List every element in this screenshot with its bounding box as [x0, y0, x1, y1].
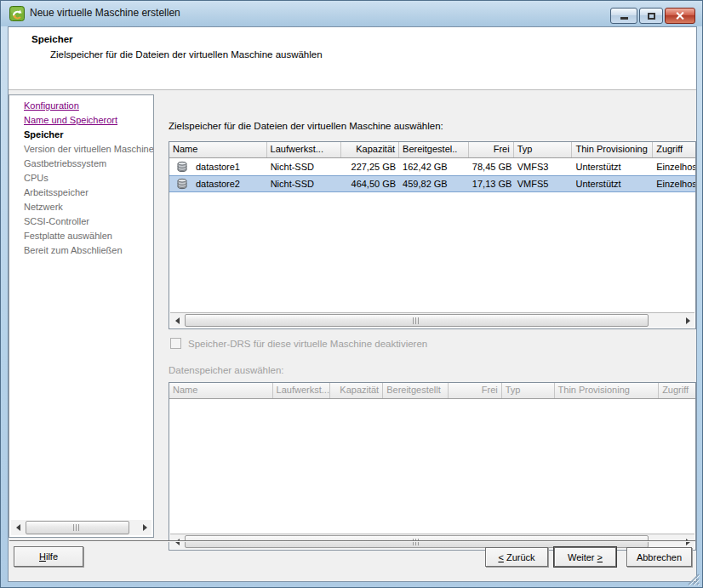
capacity-cell: 227,25 GB — [341, 162, 399, 172]
thin-provisioning-cell: Unterstützt — [572, 179, 653, 189]
datastore-table-header: Name Laufwerkst... Kapazität Bereitgeste… — [169, 142, 695, 158]
maximize-icon — [648, 13, 655, 20]
column-header-provisioned[interactable]: Bereitgestel.. — [399, 142, 469, 157]
datastore-name: datastore1 — [196, 162, 240, 172]
window-controls — [610, 8, 695, 24]
select-datastore-label: Datenspeicher auswählen: — [169, 365, 284, 375]
free-cell: 17,13 GB — [469, 179, 514, 189]
type-cell: VMFS5 — [514, 179, 573, 189]
sidebar-item-konfiguration[interactable]: Konfiguration — [9, 99, 153, 113]
sidebar-item-abschliessen: Bereit zum Abschließen — [9, 243, 153, 258]
provisioned-cell: 459,82 GB — [399, 179, 469, 189]
minimize-icon — [620, 17, 628, 20]
column-header-provisioned: Bereitgestellt — [383, 383, 449, 398]
help-button[interactable]: Hilfe — [14, 546, 83, 567]
scroll-left-arrow-icon[interactable] — [11, 520, 25, 535]
scrollbar-track[interactable] — [25, 520, 138, 535]
column-header-thin-provisioning: Thin Provisioning — [555, 383, 660, 398]
sidebar-item-speicher: Speicher — [9, 128, 153, 142]
vsphere-app-icon — [9, 6, 25, 21]
column-header-free[interactable]: Frei — [469, 142, 514, 157]
provisioned-cell: 162,42 GB — [399, 162, 469, 172]
sdrs-checkbox-label: Speicher-DRS für diese virtuelle Maschin… — [188, 339, 427, 349]
access-cell: Einzelhost — [653, 179, 695, 189]
column-header-name[interactable]: Name — [169, 142, 267, 157]
table-row-datastore2-selected[interactable]: datastore2 Nicht-SSD 464,50 GB 459,82 GB… — [169, 175, 695, 192]
sidebar-item-netzwerk: Netzwerk — [9, 200, 153, 214]
column-header-type[interactable]: Typ — [514, 142, 573, 157]
datastore-icon — [176, 161, 188, 173]
column-header-access[interactable]: Zugriff — [653, 142, 695, 157]
close-icon — [676, 11, 685, 20]
column-header-capacity: Kapazität — [330, 383, 383, 398]
back-button[interactable]: < Zurück — [485, 547, 548, 567]
next-button[interactable]: Weiter > — [554, 547, 616, 567]
sdrs-disable-checkbox[interactable] — [170, 338, 181, 349]
minimize-button[interactable] — [610, 8, 637, 24]
resize-grip-icon[interactable] — [687, 573, 700, 585]
step-subtitle: Zielspeicher für die Dateien der virtuel… — [50, 49, 323, 60]
sdrs-checkbox-row: Speicher-DRS für diese virtuelle Maschin… — [170, 338, 427, 349]
titlebar[interactable]: Neue virtuelle Maschine erstellen — [1, 1, 702, 26]
scrollbar-track[interactable] — [184, 313, 681, 328]
dialog-client-area: Speicher Zielspeicher für die Dateien de… — [8, 26, 697, 582]
sidebar-item-arbeitsspeicher: Arbeitsspeicher — [9, 186, 153, 200]
column-header-drive-type: Laufwerkst... — [273, 383, 331, 398]
access-cell: Einzelhost — [653, 162, 695, 172]
scroll-left-arrow-icon[interactable] — [170, 313, 184, 328]
sidebar-item-version: Version der virtuellen Maschine — [9, 142, 153, 157]
column-header-name: Name — [169, 383, 273, 398]
datastore-icon — [176, 178, 188, 190]
sidebar-item-scsi-controller: SCSI-Controller — [9, 214, 153, 229]
datastore-table: Name Laufwerkst... Kapazität Bereitgeste… — [169, 141, 696, 329]
sidebar-horizontal-scrollbar[interactable] — [11, 520, 151, 535]
drive-type-cell: Nicht-SSD — [267, 179, 342, 189]
scroll-right-arrow-icon[interactable] — [681, 313, 694, 328]
column-header-access: Zugriff — [659, 383, 695, 398]
column-header-type: Typ — [502, 383, 555, 398]
wizard-step-header: Speicher Zielspeicher für die Dateien de… — [9, 27, 696, 90]
wizard-steps-sidebar: Konfiguration Name und Speicherort Speic… — [9, 94, 154, 538]
table-row-datastore1[interactable]: datastore1 Nicht-SSD 227,25 GB 162,42 GB… — [169, 158, 695, 175]
scrollbar-grip-icon — [413, 317, 420, 324]
sidebar-item-cpus: CPUs — [9, 171, 153, 186]
secondary-table-header: Name Laufwerkst... Kapazität Bereitgeste… — [169, 383, 695, 399]
target-storage-label: Zielspeicher für die Dateien der virtuel… — [169, 121, 443, 131]
column-header-capacity[interactable]: Kapazität — [341, 142, 399, 157]
capacity-cell: 464,50 GB — [341, 179, 399, 189]
scrollbar-thumb[interactable] — [185, 314, 649, 327]
column-header-drive-type[interactable]: Laufwerkst... — [267, 142, 342, 157]
scrollbar-grip-icon — [73, 524, 81, 531]
scrollbar-thumb[interactable] — [26, 521, 129, 534]
create-vm-wizard-window: Neue virtuelle Maschine erstellen Speich… — [0, 0, 703, 588]
type-cell: VMFS3 — [514, 162, 573, 172]
column-header-free: Frei — [449, 383, 502, 398]
footer-separator — [9, 540, 695, 542]
close-button[interactable] — [665, 8, 695, 24]
secondary-datastore-table: Name Laufwerkst... Kapazität Bereitgeste… — [169, 382, 696, 551]
sidebar-item-festplatte: Festplatte auswählen — [9, 229, 153, 243]
scroll-right-arrow-icon[interactable] — [138, 520, 151, 535]
datastore-table-horizontal-scrollbar[interactable] — [170, 312, 694, 328]
step-title: Speicher — [31, 34, 73, 44]
window-title: Neue virtuelle Maschine erstellen — [30, 7, 180, 19]
free-cell: 78,45 GB — [469, 162, 514, 172]
thin-provisioning-cell: Unterstützt — [572, 162, 653, 172]
wizard-steps-list: Konfiguration Name und Speicherort Speic… — [9, 95, 153, 258]
cancel-button[interactable]: Abbrechen — [626, 547, 692, 567]
sidebar-item-gastbetriebssystem: Gastbetriebssystem — [9, 157, 153, 171]
column-header-thin-provisioning[interactable]: Thin Provisioning — [572, 142, 653, 157]
datastore-name: datastore2 — [196, 179, 240, 189]
maximize-button[interactable] — [639, 8, 663, 24]
sidebar-item-name-und-speicherort[interactable]: Name und Speicherort — [9, 113, 153, 128]
drive-type-cell: Nicht-SSD — [267, 162, 342, 172]
